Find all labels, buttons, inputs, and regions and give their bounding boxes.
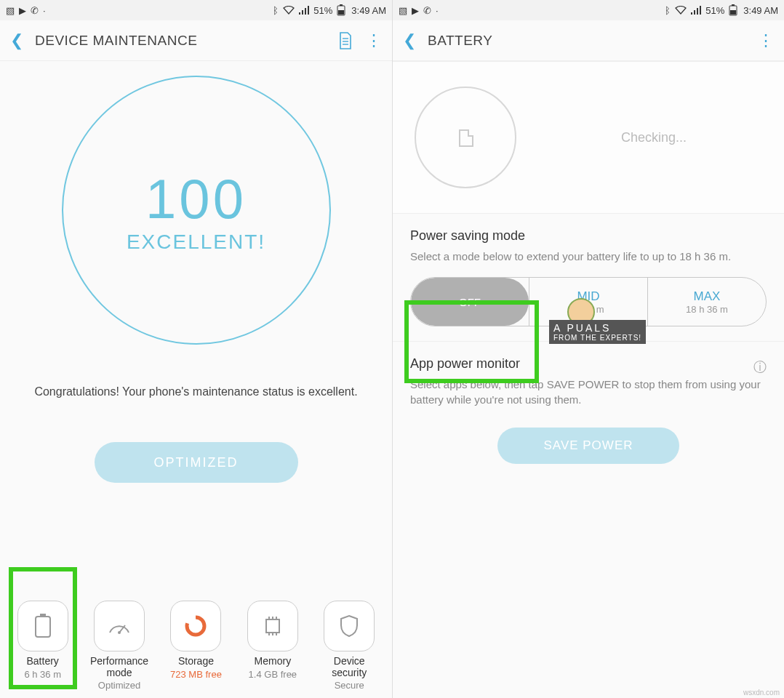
svg-point-14	[187, 617, 204, 635]
bottom-tiles: Battery 6 h 36 m Performance mode Optimi…	[0, 601, 392, 691]
shield-icon	[340, 614, 359, 638]
psm-title: Power saving mode	[410, 228, 767, 244]
mode-max-label: MAX	[694, 289, 721, 304]
tile-sub: 6 h 36 m	[24, 669, 61, 680]
gallery-icon: ▧	[6, 5, 15, 16]
svg-rect-28	[730, 10, 736, 15]
tile-label: Device security	[315, 656, 383, 678]
mode-off[interactable]: OFF	[411, 278, 529, 326]
score-value: 100	[145, 167, 247, 230]
mode-off-label: OFF	[459, 296, 481, 308]
signal-icon	[299, 6, 309, 15]
tile-sub: Optimized	[98, 680, 141, 691]
back-icon[interactable]: ❮	[10, 31, 23, 50]
wifi-icon	[675, 6, 687, 15]
mode-max[interactable]: MAX 18 h 36 m	[647, 278, 766, 326]
clock: 3:49 AM	[743, 5, 778, 16]
mode-max-sub: 18 h 36 m	[686, 304, 728, 315]
svg-rect-5	[340, 4, 343, 6]
back-icon[interactable]: ❮	[403, 31, 416, 50]
storage-icon	[184, 614, 207, 638]
apm-title: App power monitor	[410, 356, 520, 372]
tile-label: Performance mode	[85, 656, 153, 678]
document-icon[interactable]	[338, 32, 353, 49]
screen-battery: ▧ ▶ ✆ · ᛒ 51% 3:49 AM ❮ BATTERY ⋮	[392, 0, 784, 698]
app-bar: ❮ DEVICE MAINTENANCE ⋮	[0, 20, 392, 61]
svg-rect-23	[694, 10, 695, 15]
watermark-badge: A PUALS FROM THE EXPERTS!	[549, 320, 646, 344]
score-circle: 100 EXCELLENT!	[62, 76, 331, 345]
more-icon[interactable]: ⋮	[366, 31, 382, 50]
svg-rect-22	[691, 12, 692, 15]
whatsapp-icon: ✆	[31, 5, 39, 16]
more-icon[interactable]: ⋮	[758, 31, 774, 50]
svg-rect-24	[697, 8, 698, 15]
tile-label: Storage	[178, 656, 214, 667]
bluetooth-icon: ᛒ	[273, 5, 279, 16]
battery-percent: 51%	[313, 5, 332, 16]
svg-rect-6	[338, 10, 344, 15]
tile-battery[interactable]: Battery 6 h 36 m	[9, 601, 77, 691]
tile-label: Battery	[27, 656, 59, 667]
checking-text: Checking...	[545, 130, 762, 145]
tile-security[interactable]: Device security Secure	[315, 601, 383, 691]
wifi-icon	[283, 6, 295, 15]
battery-circle	[415, 87, 516, 188]
apm-desc: Select apps below, then tap SAVE POWER t…	[410, 377, 767, 407]
signal-icon	[691, 6, 701, 15]
gauge-icon	[107, 617, 132, 635]
battery-summary: Checking...	[393, 61, 784, 214]
status-bar: ▧ ▶ ✆ · ᛒ 51% 3:49 AM	[393, 0, 784, 20]
score-area: 100 EXCELLENT! Congratulations! Your pho…	[0, 61, 392, 483]
svg-rect-10	[36, 617, 50, 637]
watermark-tagline: FROM THE EXPERTS!	[553, 334, 641, 342]
whatsapp-icon: ✆	[423, 5, 431, 16]
screen-device-maintenance: ▧ ▶ ✆ · ᛒ 51% 3:49 AM ❮ DEVICE MAINTENAN…	[0, 0, 392, 698]
tile-performance[interactable]: Performance mode Optimized	[85, 601, 153, 691]
psm-desc: Select a mode below to extend your batte…	[410, 249, 767, 264]
dot-icon: ·	[436, 5, 439, 16]
clock: 3:49 AM	[351, 5, 386, 16]
save-power-button[interactable]: SAVE POWER	[497, 428, 679, 464]
status-bar: ▧ ▶ ✆ · ᛒ 51% 3:49 AM	[0, 0, 392, 20]
tile-sub: Secure	[335, 680, 364, 691]
tile-label: Memory	[255, 656, 292, 667]
battery-icon	[729, 4, 737, 16]
page-title: DEVICE MAINTENANCE	[35, 33, 197, 49]
play-icon: ▶	[412, 5, 419, 16]
memory-icon	[262, 615, 284, 637]
bluetooth-icon: ᛒ	[665, 5, 671, 16]
watermark-name: A PUALS	[553, 322, 641, 334]
optimized-button[interactable]: OPTIMIZED	[95, 442, 298, 483]
play-icon: ▶	[19, 5, 26, 16]
tile-storage[interactable]: Storage 723 MB free	[161, 601, 230, 691]
page-title: BATTERY	[428, 33, 492, 49]
battery-icon	[337, 4, 345, 16]
dot-icon: ·	[43, 5, 46, 16]
svg-rect-3	[308, 6, 309, 15]
congrats-text: Congratulations! Your phone's maintenanc…	[20, 385, 372, 398]
svg-point-13	[118, 631, 121, 634]
section-app-power-monitor: App power monitor ⓘ Select apps below, t…	[393, 342, 784, 478]
svg-rect-15	[266, 619, 279, 633]
info-icon[interactable]: ⓘ	[753, 358, 767, 376]
svg-rect-1	[302, 10, 303, 15]
svg-rect-27	[732, 4, 735, 6]
battery-outline-icon	[33, 613, 52, 639]
score-grade: EXCELLENT!	[127, 230, 265, 254]
battery-percent: 51%	[705, 5, 724, 16]
tile-sub: 723 MB free	[170, 669, 222, 680]
svg-rect-2	[305, 8, 306, 15]
tile-sub: 1.4 GB free	[249, 669, 297, 680]
source-watermark: wsxdn.com	[743, 689, 780, 697]
svg-rect-11	[40, 614, 46, 617]
svg-rect-0	[299, 12, 300, 15]
gallery-icon: ▧	[399, 5, 407, 16]
app-bar: ❮ BATTERY ⋮	[393, 20, 784, 61]
tile-memory[interactable]: Memory 1.4 GB free	[239, 601, 307, 691]
svg-rect-25	[700, 6, 701, 15]
